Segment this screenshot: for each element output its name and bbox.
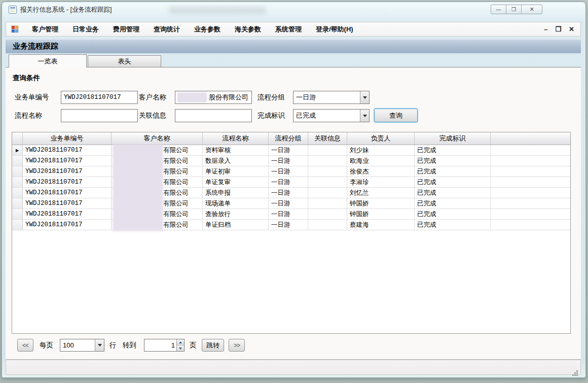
cell-order-no[interactable]: YWDJ20181107017: [23, 209, 112, 219]
menu-system-mgmt[interactable]: 系统管理: [268, 22, 309, 37]
cell-related-info[interactable]: [308, 177, 347, 187]
cell-flow-group[interactable]: 一日游: [269, 209, 308, 219]
cell-related-info[interactable]: [308, 145, 347, 155]
cell-owner[interactable]: 徐俊杰: [347, 166, 415, 177]
cell-flow-name[interactable]: 现场递单: [203, 198, 269, 208]
cell-complete-flag[interactable]: 已完成: [415, 220, 491, 230]
cell-order-no[interactable]: YWDJ20181107017: [23, 166, 112, 177]
cell-owner[interactable]: 钟国娇: [347, 209, 415, 219]
cell-flow-name[interactable]: 系统申报: [203, 188, 269, 198]
cell-flow-group[interactable]: 一日游: [269, 177, 308, 187]
title-bar[interactable]: 报关行信息系统 - [业务流程跟踪] — ❐ ✕: [2, 2, 585, 17]
cell-flow-group[interactable]: 一日游: [269, 220, 308, 230]
spinner-down-button[interactable]: [177, 345, 184, 351]
column-header-owner[interactable]: 负责人: [347, 132, 415, 145]
row-selector-cell[interactable]: [12, 209, 23, 219]
cell-related-info[interactable]: [308, 166, 347, 177]
cell-related-info[interactable]: [308, 188, 347, 198]
column-header-flow-group[interactable]: 流程分组: [269, 132, 308, 145]
column-header-order-no[interactable]: 业务单编号: [23, 132, 112, 145]
menu-business-params[interactable]: 业务参数: [187, 22, 228, 37]
cell-order-no[interactable]: YWDJ20181107017: [23, 156, 112, 166]
minimize-button[interactable]: —: [491, 5, 506, 14]
cell-flow-name[interactable]: 数据录入: [203, 156, 269, 166]
menu-login-help[interactable]: 登录/帮助(H): [309, 22, 360, 37]
table-row[interactable]: YWDJ20181107017 有限公司 单证初审 一日游 徐俊杰 已完成: [12, 166, 570, 177]
cell-owner[interactable]: 蔡建海: [347, 220, 415, 230]
row-selector-cell[interactable]: ▶: [12, 145, 23, 155]
last-page-button[interactable]: >>: [229, 339, 245, 352]
cell-flow-name[interactable]: 资料审核: [203, 145, 269, 155]
cell-owner[interactable]: 刘少妹: [347, 145, 415, 155]
page-number-spinner[interactable]: 1: [144, 339, 185, 352]
customer-name-input[interactable]: 股份有限公司: [175, 91, 252, 104]
cell-owner[interactable]: 钟国娇: [347, 198, 415, 208]
per-page-select[interactable]: 100: [60, 339, 104, 352]
cell-order-no[interactable]: YWDJ20181107017: [23, 177, 112, 187]
row-selector-cell[interactable]: [12, 156, 23, 166]
cell-flow-name[interactable]: 查验放行: [203, 209, 269, 219]
cell-order-no[interactable]: YWDJ20181107017: [23, 198, 112, 208]
row-selector-cell[interactable]: [12, 198, 23, 208]
mdi-restore-button[interactable]: ❐: [555, 26, 561, 32]
resize-grip[interactable]: [576, 370, 578, 372]
menu-daily-business[interactable]: 日常业务: [65, 22, 106, 37]
flow-group-dropdown-button[interactable]: [360, 91, 369, 103]
table-row[interactable]: YWDJ20181107017 有限公司 单证归档 一日游 蔡建海 已完成: [12, 220, 570, 230]
first-page-button[interactable]: <<: [17, 339, 33, 352]
per-page-dropdown-button[interactable]: [95, 339, 104, 351]
cell-related-info[interactable]: [308, 156, 347, 166]
cell-owner[interactable]: 李淑珍: [347, 177, 415, 187]
cell-flow-group[interactable]: 一日游: [269, 166, 308, 177]
cell-related-info[interactable]: [308, 198, 347, 208]
flow-name-input[interactable]: [61, 109, 138, 122]
cell-complete-flag[interactable]: 已完成: [415, 156, 491, 166]
row-selector-cell[interactable]: [12, 188, 23, 198]
cell-flow-name[interactable]: 单证复审: [203, 177, 269, 187]
cell-flow-group[interactable]: 一日游: [269, 198, 308, 208]
table-row[interactable]: ▶ YWDJ20181107017 有限公司 资料审核 一日游 刘少妹 已完成: [12, 145, 570, 156]
table-row[interactable]: YWDJ20181107017 有限公司 数据录入 一日游 欧海业 已完成: [12, 156, 570, 166]
table-row[interactable]: YWDJ20181107017 有限公司 系统申报 一日游 刘忆兰 已完成: [12, 188, 570, 198]
menu-customs-params[interactable]: 海关参数: [228, 22, 268, 37]
table-row[interactable]: YWDJ20181107017 有限公司 单证复审 一日游 李淑珍 已完成: [12, 177, 570, 188]
cell-related-info[interactable]: [308, 209, 347, 219]
column-header-complete-flag[interactable]: 完成标识: [415, 132, 491, 145]
flow-group-select[interactable]: 一日游: [293, 91, 370, 104]
mdi-close-button[interactable]: ✕: [569, 26, 574, 32]
column-header-flow-name[interactable]: 流程名称: [203, 132, 269, 145]
mdi-minimize-button[interactable]: –: [544, 26, 547, 32]
tab-overview[interactable]: 一览表: [9, 54, 87, 67]
close-button[interactable]: ✕: [521, 5, 542, 14]
cell-complete-flag[interactable]: 已完成: [415, 145, 491, 155]
menu-customer-mgmt[interactable]: 客户管理: [25, 22, 65, 37]
row-selector-cell[interactable]: [12, 220, 23, 230]
menu-query-stats[interactable]: 查询统计: [146, 22, 187, 37]
related-info-input[interactable]: [175, 109, 252, 122]
cell-flow-name[interactable]: 单证初审: [203, 166, 269, 177]
cell-flow-group[interactable]: 一日游: [269, 188, 308, 198]
search-button[interactable]: 查询: [374, 109, 418, 122]
row-selector-cell[interactable]: [12, 177, 23, 187]
order-no-input[interactable]: YWDJ20181107017: [61, 91, 138, 104]
cell-owner[interactable]: 欧海业: [347, 156, 415, 166]
cell-flow-name[interactable]: 单证归档: [203, 220, 269, 230]
cell-complete-flag[interactable]: 已完成: [415, 188, 491, 198]
column-header-customer[interactable]: 客户名称: [112, 132, 203, 145]
cell-order-no[interactable]: YWDJ20181107017: [23, 220, 112, 230]
spinner-up-button[interactable]: [177, 339, 184, 345]
complete-flag-dropdown-button[interactable]: [360, 110, 369, 122]
cell-complete-flag[interactable]: 已完成: [415, 198, 491, 208]
cell-owner[interactable]: 刘忆兰: [347, 188, 415, 198]
restore-button[interactable]: ❐: [506, 5, 522, 14]
complete-flag-select[interactable]: 已完成: [293, 109, 370, 122]
row-selector-cell[interactable]: [12, 166, 23, 177]
cell-order-no[interactable]: YWDJ20181107017: [23, 188, 112, 198]
menu-fee-mgmt[interactable]: 费用管理: [106, 22, 146, 37]
cell-complete-flag[interactable]: 已完成: [415, 209, 491, 219]
table-row[interactable]: YWDJ20181107017 有限公司 现场递单 一日游 钟国娇 已完成: [12, 198, 570, 209]
column-header-related-info[interactable]: 关联信息: [308, 132, 347, 145]
cell-flow-group[interactable]: 一日游: [269, 145, 308, 155]
jump-button[interactable]: 跳转: [202, 339, 224, 352]
cell-complete-flag[interactable]: 已完成: [415, 177, 491, 187]
